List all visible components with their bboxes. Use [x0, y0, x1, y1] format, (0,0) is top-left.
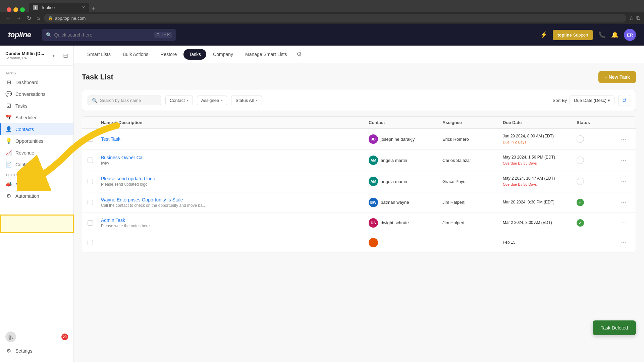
- due-status-text: Overdue By 56 Days: [503, 182, 577, 187]
- sidebar-item-scheduler[interactable]: 📅 Scheduler: [0, 112, 73, 123]
- browser-tab[interactable]: t Topline ✕: [29, 3, 89, 12]
- row-checkbox[interactable]: [88, 220, 93, 226]
- tab-company[interactable]: Company: [208, 49, 238, 60]
- due-date-cell: Feb 15: [503, 240, 577, 245]
- back-button[interactable]: ←: [4, 14, 12, 22]
- status-incomplete-icon[interactable]: ○: [577, 157, 584, 164]
- new-task-button[interactable]: + New Task: [598, 71, 636, 83]
- assignee-cell: Carlos Salazar: [442, 158, 503, 163]
- global-search[interactable]: 🔍 Quick search here Ctrl + K: [42, 29, 176, 41]
- traffic-light-green[interactable]: [20, 7, 25, 12]
- page-title: Task List: [82, 73, 113, 81]
- status-filter[interactable]: Status All ▾: [231, 96, 262, 105]
- task-name-link[interactable]: Test Task: [101, 136, 369, 142]
- row-checkbox[interactable]: [88, 136, 93, 142]
- row-menu-button[interactable]: ⋯: [617, 178, 630, 185]
- sidebar-item-opportunities[interactable]: 💡 Opportunities: [0, 135, 73, 147]
- sidebar-item-revenue[interactable]: 📈 Revenue: [0, 147, 73, 159]
- contact-cell: DS dwight schrute: [369, 218, 442, 228]
- contact-filter-label: Contact: [170, 98, 185, 103]
- assignee-filter[interactable]: Assignee ▾: [197, 96, 227, 105]
- task-name-link[interactable]: Please send updated logo: [101, 176, 369, 181]
- bookmark-icon[interactable]: ☆: [629, 15, 634, 21]
- tab-settings-gear-icon[interactable]: ⚙: [297, 51, 302, 58]
- tasks-icon: ☑: [5, 103, 12, 109]
- scheduler-icon: 📅: [5, 114, 12, 121]
- sidebar-item-marketing[interactable]: 📣 Marketing: [0, 178, 73, 190]
- sort-dropdown[interactable]: Due Date (Desc) ▾: [570, 96, 614, 105]
- due-date-cell: Mar 20 2024, 3:30 PM (EDT): [503, 199, 577, 205]
- marketing-icon: 📣: [5, 181, 12, 187]
- top-header: topline 🔍 Quick search here Ctrl + K ⚡ t…: [0, 24, 644, 46]
- sidebar-label-contacts: Contacts: [15, 127, 34, 132]
- due-date-partial: Feb 15: [503, 240, 577, 245]
- new-tab-button[interactable]: +: [89, 5, 98, 12]
- traffic-light-red[interactable]: [7, 7, 11, 12]
- sidebar-label-settings: Settings: [15, 348, 33, 354]
- toast-message: Task Deleted: [601, 325, 628, 330]
- tab-bulk-actions[interactable]: Bulk Actions: [117, 49, 154, 60]
- extensions-icon[interactable]: ⧉: [636, 15, 640, 21]
- task-name-link[interactable]: Wayne Enterprises Opportunity Is Stale: [101, 197, 369, 202]
- sidebar-label-dashboard: Dashboard: [15, 80, 39, 85]
- sidebar-item-dashboard[interactable]: ⊞ Dashboard: [0, 76, 73, 88]
- address-bar[interactable]: 🔒 app.topline.com: [44, 14, 626, 22]
- assignee-cell: Jim Halpert: [442, 220, 503, 225]
- tab-manage-smart-lists[interactable]: Manage Smart Lists: [240, 49, 292, 60]
- sidebar-item-automation[interactable]: ⚙ Automation: [0, 190, 73, 202]
- row-checkbox[interactable]: [88, 158, 93, 163]
- apps-section-label: Apps: [0, 68, 73, 76]
- sidebar-item-contacts[interactable]: 👤 Contacts: [0, 123, 73, 135]
- task-name-link[interactable]: Admin Task: [101, 218, 369, 223]
- status-cell: ○: [577, 135, 617, 143]
- contact-avatar: JD: [369, 134, 378, 144]
- home-button[interactable]: ⌂: [35, 14, 41, 22]
- status-cell: ○: [577, 178, 617, 185]
- bell-icon[interactable]: 🔔: [611, 31, 619, 39]
- row-checkbox[interactable]: [88, 200, 93, 205]
- tab-close-button[interactable]: ✕: [82, 5, 85, 10]
- support-button[interactable]: topline Support: [553, 30, 593, 40]
- row-menu-button[interactable]: ⋯: [617, 239, 630, 246]
- forward-button[interactable]: →: [15, 14, 23, 22]
- workspace-chevron-icon[interactable]: ▾: [52, 53, 55, 58]
- sidebar-item-tasks[interactable]: ☑ Tasks: [0, 100, 73, 112]
- user-avatar[interactable]: ER: [624, 29, 636, 41]
- row-checkbox[interactable]: [88, 179, 93, 184]
- phone-icon[interactable]: 📞: [598, 31, 606, 39]
- row-menu-button[interactable]: ⋯: [617, 136, 630, 142]
- tab-restore[interactable]: Restore: [155, 49, 182, 60]
- status-complete-icon[interactable]: ✓: [577, 219, 584, 227]
- sidebar-item-contracts[interactable]: 📄 Contracts: [0, 159, 73, 170]
- sidebar-toggle-icon[interactable]: ⊟: [63, 52, 68, 59]
- status-complete-icon[interactable]: ✓: [577, 199, 584, 206]
- task-name-link[interactable]: Business Owner Call: [101, 155, 369, 160]
- row-checkbox[interactable]: [88, 240, 93, 245]
- table-row: Admin Task Please write the notes here D…: [82, 213, 636, 233]
- tab-tasks[interactable]: Tasks: [183, 49, 206, 60]
- status-incomplete-icon[interactable]: ○: [577, 178, 584, 185]
- app-logo: topline: [8, 31, 31, 39]
- row-menu-button[interactable]: ⋯: [617, 220, 630, 226]
- row-menu-button[interactable]: ⋯: [617, 157, 630, 164]
- contact-filter[interactable]: Contact ▾: [165, 96, 193, 105]
- traffic-light-yellow[interactable]: [13, 7, 18, 12]
- sidebar: Dunder Mifflin [D... Scranton, PA ▾ ⊟ Ap…: [0, 46, 74, 362]
- revenue-icon: 📈: [5, 149, 12, 156]
- contact-name: josephine darakjy: [381, 137, 415, 142]
- task-search-input[interactable]: 🔍 Search by task name: [88, 96, 161, 105]
- sidebar-item-conversations[interactable]: 💬 Conversations: [0, 88, 73, 100]
- status-incomplete-icon[interactable]: ○: [577, 135, 584, 143]
- contact-filter-chevron-icon: ▾: [187, 99, 189, 102]
- sidebar-item-settings[interactable]: ⚙ Settings: [0, 345, 73, 357]
- contact-avatar: BW: [369, 198, 378, 207]
- refresh-button[interactable]: ↺: [619, 95, 630, 106]
- due-date-cell: Mar 2 2024, 8:00 AM (EDT): [503, 220, 577, 226]
- tab-smart-lists[interactable]: Smart Lists: [82, 49, 116, 60]
- contact-cell: AM angela martin: [369, 177, 442, 186]
- reload-button[interactable]: ↻: [25, 14, 33, 23]
- contact-avatar: AM: [369, 156, 378, 165]
- sidebar-item-user[interactable]: g. 20: [0, 329, 73, 345]
- row-menu-button[interactable]: ⋯: [617, 199, 630, 205]
- lightning-icon[interactable]: ⚡: [540, 31, 547, 39]
